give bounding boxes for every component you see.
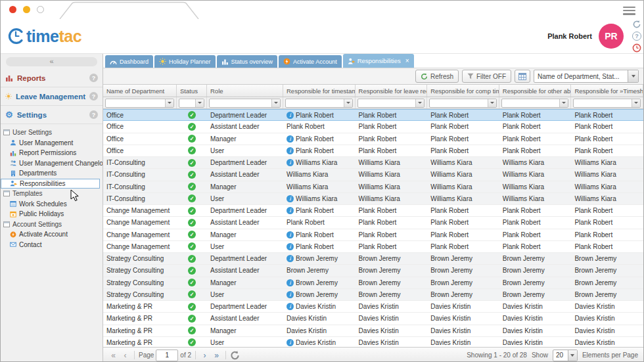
column-search-dropdown[interactable]: Name of Department, Stat...	[534, 70, 639, 83]
close-tab-icon[interactable]: ×	[405, 58, 409, 64]
tree-group-user-settings[interactable]: User Settings	[1, 127, 103, 138]
filter-input[interactable]	[209, 99, 281, 108]
filter-input[interactable]	[105, 99, 174, 108]
chevron-down-icon[interactable]	[271, 99, 280, 107]
next-page-button[interactable]: ›	[200, 350, 210, 361]
column-header[interactable]: Status	[177, 85, 207, 97]
info-icon[interactable]: i	[287, 303, 294, 310]
sidebar-item-user-management[interactable]: User Management	[1, 138, 103, 148]
sidebar-item-public-holidays[interactable]: Public Holidays	[1, 209, 103, 219]
table-row[interactable]: IT-Consulting ✓ Department Leader i Will…	[103, 157, 643, 169]
first-page-button[interactable]: «	[108, 350, 118, 361]
info-icon[interactable]: i	[287, 207, 294, 214]
column-header[interactable]: Role	[207, 85, 283, 97]
table-row[interactable]: Change Management ✓ Department Leader i …	[103, 205, 643, 217]
sidebar-item-activate-account[interactable]: Activate Account	[1, 229, 103, 240]
filter-input[interactable]	[179, 99, 204, 108]
last-page-button[interactable]: »	[212, 350, 221, 361]
reload-grid-icon[interactable]	[230, 350, 240, 361]
info-icon[interactable]: i	[287, 339, 294, 346]
chevron-down-icon[interactable]	[344, 99, 352, 107]
table-row[interactable]: IT-Consulting ✓ Manager Williams Kiara W…	[103, 181, 643, 193]
table-row[interactable]: Strategy Consulting ✓ Manager i Brown Je…	[103, 277, 643, 289]
chevron-down-icon[interactable]	[165, 99, 173, 107]
help-icon[interactable]: ?	[89, 92, 98, 101]
sidebar-section-reports[interactable]: Reports ?	[1, 69, 103, 87]
sidebar-item-contact[interactable]: Contact	[1, 240, 103, 250]
info-icon[interactable]: i	[287, 243, 294, 250]
sidebar-collapse-button[interactable]: «	[6, 57, 97, 66]
table-row[interactable]: Marketing & PR ✓ User i Davies Kristin D…	[103, 337, 643, 347]
export-grid-button[interactable]	[515, 70, 530, 83]
table-row[interactable]: Change Management ✓ Assistant Leader Pla…	[103, 217, 643, 229]
sidebar-item-report-permissions[interactable]: Report Permissions	[1, 148, 103, 158]
info-icon[interactable]: i	[287, 255, 294, 262]
tab-activate-account[interactable]: Activate Account	[279, 55, 342, 68]
info-icon[interactable]: i	[287, 195, 294, 202]
prev-page-button[interactable]: ‹	[120, 350, 130, 361]
chevron-down-icon[interactable]	[568, 350, 577, 361]
table-row[interactable]: Office ✓ Manager i Plank Robert Plank Ro…	[103, 133, 643, 145]
table-row[interactable]: Office ✓ Department Leader i Plank Rober…	[103, 109, 643, 121]
tree-group-account-settings[interactable]: Account Settings	[1, 219, 103, 230]
column-header[interactable]: Responsible for other absen...	[499, 85, 572, 97]
column-header[interactable]: Responsible for comp time r...	[427, 85, 499, 97]
table-row[interactable]: IT-Consulting ✓ User i Williams Kiara Wi…	[103, 193, 643, 205]
table-row[interactable]: Office ✓ User i Plank Robert Plank Rober…	[103, 145, 643, 157]
filter-toggle-button[interactable]: Filter OFF	[462, 70, 511, 83]
tab-holiday-planner[interactable]: Holiday Planner	[154, 55, 216, 68]
sidebar-section-settings[interactable]: ⚙ Settings ?	[1, 106, 103, 124]
info-icon[interactable]: i	[287, 291, 294, 298]
tab-responsibilities[interactable]: Responsibilities ×	[343, 54, 414, 68]
filter-input[interactable]	[429, 99, 497, 108]
help-icon[interactable]: ?	[632, 32, 641, 41]
filter-input[interactable]	[573, 99, 641, 108]
sidebar-item-work-schedules[interactable]: Work Schedules	[1, 199, 103, 210]
sidebar-item-responsibilities[interactable]: Responsibilities	[1, 179, 100, 189]
info-icon[interactable]: i	[287, 159, 294, 166]
tab-dashboard[interactable]: Dashboard	[105, 55, 153, 68]
clock-status-icon[interactable]	[632, 43, 641, 53]
info-icon[interactable]: i	[287, 147, 294, 154]
chevron-down-icon[interactable]	[488, 99, 496, 107]
tab-status-overview[interactable]: Status overview	[217, 55, 278, 68]
page-number-input[interactable]	[156, 350, 178, 361]
sidebar-item-departments[interactable]: Departments	[1, 168, 103, 179]
sidebar-item-user-management-changelog[interactable]: User Management Changelog	[1, 158, 103, 169]
column-header[interactable]: Responsible for leave reque...	[356, 85, 428, 97]
refresh-button[interactable]: Refresh	[415, 70, 459, 83]
table-row[interactable]: Strategy Consulting ✓ Assistant Leader B…	[103, 265, 643, 277]
help-icon[interactable]: ?	[89, 74, 98, 82]
hamburger-menu-icon[interactable]	[623, 5, 635, 16]
column-header[interactable]: Responsible for timestamp r...	[283, 85, 356, 97]
chevron-down-icon[interactable]	[628, 70, 638, 82]
filter-input[interactable]	[357, 99, 425, 108]
tree-group-templates[interactable]: Templates	[1, 189, 103, 199]
info-icon[interactable]: i	[287, 279, 294, 286]
chevron-down-icon[interactable]	[195, 99, 204, 107]
info-icon[interactable]: i	[287, 135, 294, 143]
chevron-down-icon[interactable]	[559, 99, 568, 107]
column-header[interactable]: Responsible for »Timesheet ...	[571, 85, 643, 97]
column-header[interactable]: Name of Department	[103, 85, 177, 97]
maximize-window-dot[interactable]	[37, 6, 44, 13]
sidebar-section-leave-management[interactable]: Leave Management ?	[1, 87, 103, 106]
filter-input[interactable]	[501, 99, 569, 108]
page-size-dropdown[interactable]: 20	[553, 350, 578, 361]
table-row[interactable]: Marketing & PR ✓ Department Leader i Dav…	[103, 301, 643, 313]
table-row[interactable]: Marketing & PR ✓ Manager Davies Kristin …	[103, 325, 643, 337]
table-row[interactable]: Strategy Consulting ✓ User i Brown Jerem…	[103, 289, 643, 301]
info-icon[interactable]: i	[287, 112, 294, 119]
sync-icon[interactable]	[632, 20, 641, 29]
table-row[interactable]: Strategy Consulting ✓ Department Leader …	[103, 253, 643, 265]
table-row[interactable]: Marketing & PR ✓ Assistant Leader Davies…	[103, 313, 643, 325]
minimize-window-dot[interactable]	[23, 6, 30, 13]
table-row[interactable]: Change Management ✓ User i Plank Robert …	[103, 241, 643, 253]
help-icon[interactable]: ?	[89, 110, 98, 119]
user-avatar[interactable]: PR	[599, 24, 624, 49]
table-row[interactable]: Change Management ✓ Manager i Plank Robe…	[103, 229, 643, 241]
filter-input[interactable]	[285, 99, 353, 108]
chevron-down-icon[interactable]	[415, 99, 424, 107]
close-window-dot[interactable]	[9, 6, 16, 13]
info-icon[interactable]: i	[287, 231, 294, 238]
